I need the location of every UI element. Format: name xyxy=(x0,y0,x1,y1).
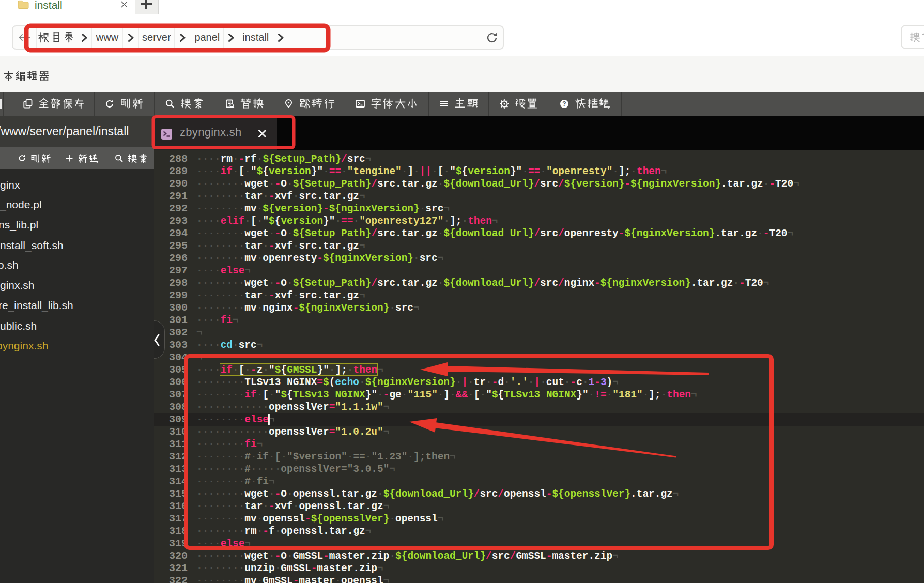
svg-text:?: ? xyxy=(563,100,566,108)
